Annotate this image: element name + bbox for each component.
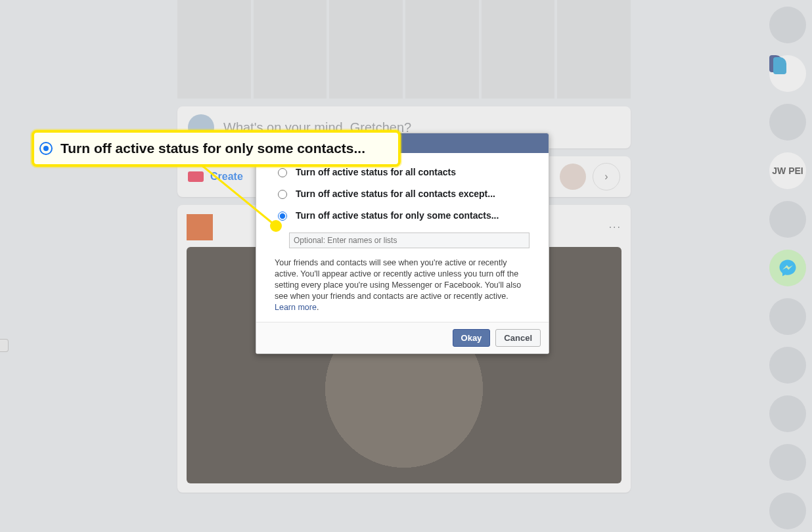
contact-avatar[interactable] xyxy=(769,298,806,335)
contacts-sidebar: JW PEI xyxy=(763,7,812,529)
story-tile[interactable] xyxy=(177,0,251,99)
sponsored-jwpei[interactable]: JW PEI xyxy=(769,152,806,189)
sponsored-paypal[interactable] xyxy=(769,55,806,92)
option-except-contacts[interactable]: Turn off active status for all contacts … xyxy=(275,188,530,199)
dialog-footer: Okay Cancel xyxy=(256,322,549,353)
story-tile[interactable] xyxy=(482,0,555,99)
option-except-label: Turn off active status for all contacts … xyxy=(296,188,495,199)
create-room-button[interactable]: Create xyxy=(210,171,243,183)
contact-avatar[interactable] xyxy=(769,7,806,43)
story-tile[interactable] xyxy=(405,0,479,99)
okay-button[interactable]: Okay xyxy=(453,329,491,347)
cancel-button[interactable]: Cancel xyxy=(495,329,541,347)
radio-icon xyxy=(39,142,53,155)
post-author-avatar[interactable] xyxy=(187,214,213,240)
annotation-callout: Turn off active status for only some con… xyxy=(32,130,401,167)
dialog-description: Your friends and contacts will see when … xyxy=(275,257,530,313)
contact-avatar[interactable] xyxy=(769,493,806,529)
option-all-label: Turn off active status for all contacts xyxy=(296,167,456,177)
contact-avatar[interactable] xyxy=(769,104,806,141)
contact-avatar[interactable] xyxy=(769,347,806,384)
radio-except[interactable] xyxy=(278,190,287,199)
option-all-contacts[interactable]: Turn off active status for all contacts xyxy=(275,166,530,177)
radio-all[interactable] xyxy=(278,168,287,177)
story-tile[interactable] xyxy=(557,0,631,99)
jwpei-label: JW PEI xyxy=(772,166,803,176)
learn-more-link[interactable]: Learn more xyxy=(275,303,317,312)
names-input[interactable] xyxy=(289,233,530,248)
dialog-description-text: Your friends and contacts will see when … xyxy=(275,258,521,301)
radio-some[interactable] xyxy=(278,211,287,221)
story-tile[interactable] xyxy=(254,0,327,99)
rooms-next-button[interactable]: › xyxy=(593,163,620,190)
option-some-contacts[interactable]: Turn off active status for only some con… xyxy=(275,210,530,221)
contact-avatar[interactable] xyxy=(769,201,806,238)
messenger-icon xyxy=(778,258,798,278)
post-more-button[interactable]: ··· xyxy=(609,221,621,233)
stories-row xyxy=(177,0,631,99)
room-contact-avatar[interactable] xyxy=(560,164,586,190)
chevron-right-icon: › xyxy=(604,171,608,183)
messenger-shortcut[interactable] xyxy=(769,250,806,286)
story-tile[interactable] xyxy=(329,0,403,99)
contact-avatar[interactable] xyxy=(769,395,806,432)
left-nav-stub xyxy=(0,339,9,352)
contact-avatar[interactable] xyxy=(769,444,806,481)
annotation-text: Turn off active status for only some con… xyxy=(60,141,365,156)
option-some-label: Turn off active status for only some con… xyxy=(296,210,499,221)
video-icon xyxy=(188,171,204,182)
paypal-icon xyxy=(769,55,782,72)
